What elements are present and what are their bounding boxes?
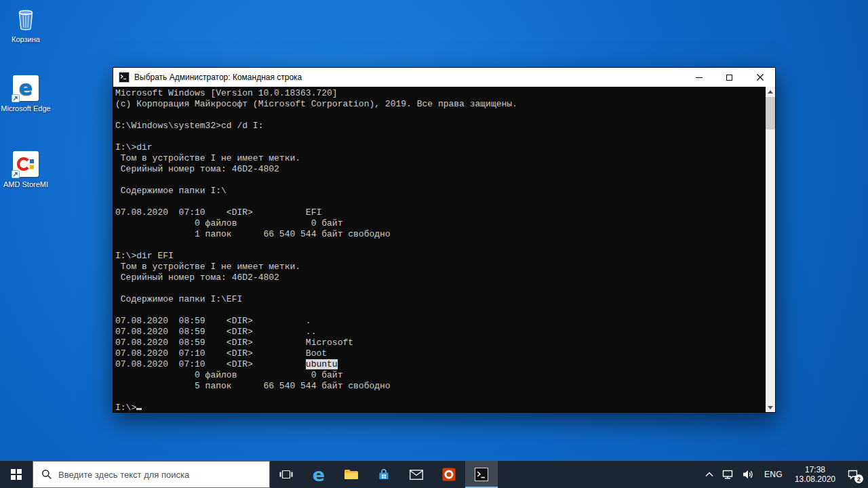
start-button[interactable]: [0, 461, 33, 488]
shortcut-arrow-icon: [12, 170, 20, 178]
terminal-scrollbar[interactable]: [766, 87, 775, 412]
terminal-cursor: [136, 408, 142, 410]
close-button[interactable]: [745, 68, 775, 87]
terminal-line: [115, 240, 775, 251]
terminal-line: I:\>dir: [115, 142, 775, 153]
edge-e-glyph: e: [19, 78, 33, 98]
desktop: Корзина e Microsoft Edge: [0, 0, 868, 488]
shortcut-arrow-icon: [12, 94, 20, 102]
maximize-button[interactable]: [714, 68, 745, 87]
action-center-button[interactable]: 2: [842, 461, 868, 488]
terminal-line: Серийный номер тома: 46D2-4802: [115, 272, 775, 283]
selected-text: ubuntu: [306, 359, 338, 369]
terminal-line: 1 папок 66 540 544 байт свободно: [115, 229, 775, 240]
folder-icon: [344, 468, 359, 481]
taskbar-store-button[interactable]: [368, 461, 400, 488]
terminal-line: Содержимое папки I:\EFI: [115, 294, 775, 305]
taskbar-file-explorer-button[interactable]: [335, 461, 368, 488]
terminal-line: 0 файлов 0 байт: [115, 218, 775, 229]
taskbar-search[interactable]: [33, 461, 270, 488]
task-view-button[interactable]: [270, 461, 302, 488]
desktop-icon-label: Microsoft Edge: [1, 104, 50, 113]
tray-network-button[interactable]: [717, 461, 738, 488]
windows-logo-icon: [11, 469, 22, 480]
terminal-line: [115, 197, 775, 207]
terminal-line: Содержимое папки I:\: [115, 186, 775, 197]
task-view-icon: [279, 469, 293, 480]
notification-badge: 2: [854, 474, 863, 483]
terminal-line: Том в устройстве I не имеет метки.: [115, 262, 775, 272]
command-prompt-window: Выбрать Администратор: Командная строка …: [113, 67, 776, 413]
terminal-line: 07.08.2020 07:10 <DIR> ubuntu: [115, 359, 775, 370]
taskbar-mail-button[interactable]: [400, 461, 433, 488]
terminal-line: 07.08.2020 08:59 <DIR> Microsoft: [115, 338, 775, 348]
terminal-line: 07.08.2020 07:10 <DIR> Boot: [115, 348, 775, 359]
console-window-icon: [475, 468, 488, 481]
desktop-icon-microsoft-edge[interactable]: e Microsoft Edge: [0, 75, 52, 113]
store-bag-icon: [377, 468, 391, 481]
terminal-line: [115, 392, 775, 403]
terminal-line: I:\>dir EFI: [115, 251, 775, 262]
terminal-line: Microsoft Windows [Version 10.0.18363.72…: [115, 88, 775, 99]
office-icon: [442, 468, 456, 481]
ethernet-network-icon: [722, 469, 734, 480]
taskbar-command-prompt-button[interactable]: [465, 461, 498, 488]
taskbar-office-button[interactable]: [433, 461, 465, 488]
desktop-icon-amd-storemi[interactable]: AMD StoreMI: [0, 150, 52, 189]
tray-volume-button[interactable]: [738, 461, 758, 488]
terminal-line: [115, 131, 775, 142]
edge-icon: e: [313, 466, 325, 484]
terminal-line: 0 файлов 0 байт: [115, 370, 775, 381]
scroll-down-icon[interactable]: [766, 403, 775, 412]
taskbar: e: [0, 461, 868, 488]
window-titlebar[interactable]: Выбрать Администратор: Командная строка: [113, 68, 775, 87]
mail-envelope-icon: [410, 470, 423, 480]
tray-clock[interactable]: 17:38 13.08.2020: [789, 461, 842, 488]
minimize-icon: [696, 77, 703, 78]
clock-date: 13.08.2020: [795, 474, 835, 484]
scrollbar-thumb[interactable]: [766, 97, 775, 129]
edge-shortcut-icon: e: [12, 75, 39, 102]
terminal-line: C:\Windows\system32>cd /d I:: [115, 121, 775, 131]
terminal-line: 07.08.2020 08:59 <DIR> .: [115, 316, 775, 327]
maximize-icon: [726, 75, 732, 81]
terminal-line: [115, 110, 775, 121]
desktop-icon-label: Корзина: [12, 35, 40, 44]
search-input[interactable]: [58, 470, 255, 480]
tray-language-indicator[interactable]: ENG: [758, 461, 789, 488]
chevron-up-icon: [705, 472, 713, 477]
terminal-line: 07.08.2020 07:10 <DIR> EFI: [115, 207, 775, 218]
terminal-line: (c) Корпорация Майкрософт (Microsoft Cor…: [115, 99, 775, 110]
terminal-line: I:\>: [115, 403, 775, 412]
terminal-line: [115, 283, 775, 294]
terminal-output[interactable]: Microsoft Windows [Version 10.0.18363.72…: [113, 87, 775, 412]
scroll-up-icon[interactable]: [766, 87, 775, 96]
search-icon: [41, 469, 52, 480]
desktop-icon-label: AMD StoreMI: [3, 180, 48, 189]
tray-chevron-button[interactable]: [701, 461, 717, 488]
recycle-bin-icon: [12, 5, 39, 33]
desktop-icon-recycle-bin[interactable]: Корзина: [0, 5, 52, 44]
system-tray: ENG 17:38 13.08.2020 2: [701, 461, 868, 488]
taskbar-edge-button[interactable]: e: [302, 461, 335, 488]
terminal-line: [115, 175, 775, 186]
clock-time: 17:38: [805, 465, 825, 474]
terminal-line: [115, 305, 775, 316]
terminal-line: 07.08.2020 08:59 <DIR> ..: [115, 327, 775, 338]
close-icon: [757, 74, 764, 81]
amd-storemi-shortcut-icon: [12, 150, 39, 178]
terminal-line: 5 папок 66 540 544 байт свободно: [115, 381, 775, 392]
speaker-icon: [742, 469, 754, 480]
terminal-line: Том в устройстве I не имеет метки.: [115, 153, 775, 164]
minimize-button[interactable]: [684, 68, 714, 87]
cmd-window-icon: [119, 72, 130, 83]
window-title: Выбрать Администратор: Командная строка: [134, 73, 302, 82]
terminal-line: Серийный номер тома: 46D2-4802: [115, 164, 775, 175]
